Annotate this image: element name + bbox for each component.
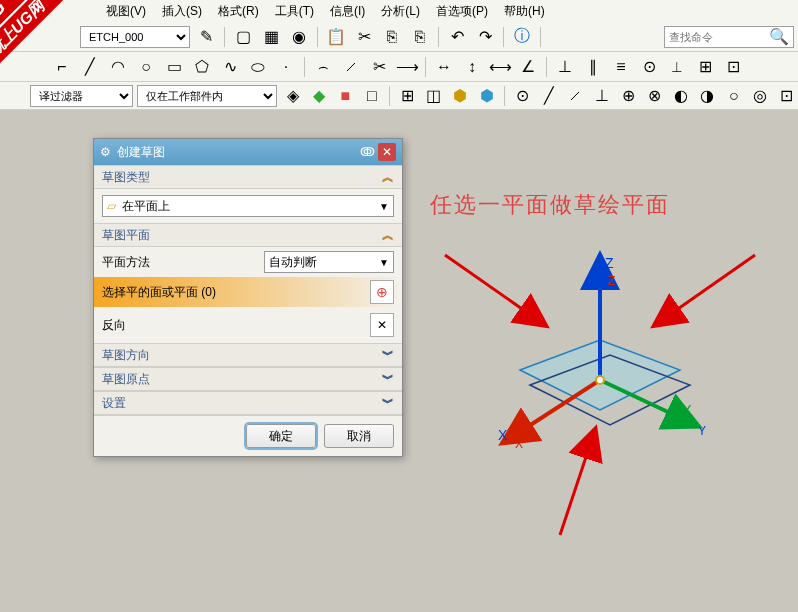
snap5-icon[interactable]: ⊕	[617, 84, 639, 108]
command-search-input[interactable]	[669, 31, 769, 43]
dialog-titlebar[interactable]: ⚙ 创建草图 ↂ ✕	[94, 139, 402, 165]
copy2-icon[interactable]: ⎘	[408, 25, 432, 49]
snap1-icon[interactable]: ⊙	[511, 84, 533, 108]
svg-text:Y: Y	[698, 424, 706, 438]
command-search[interactable]: 🔍	[664, 26, 794, 48]
chevron-down-icon: ︾	[382, 395, 394, 412]
annotation-arrow-1	[440, 250, 560, 340]
paste-icon[interactable]: 📋	[324, 25, 348, 49]
ellipse-icon[interactable]: ⬭	[246, 55, 270, 79]
snap6-icon[interactable]: ⊗	[643, 84, 665, 108]
create-sketch-dialog: ⚙ 创建草图 ↂ ✕ 草图类型 ︽ ▱ 在平面上 ▼ 草图平面 ︽ 平面方法 自…	[93, 138, 403, 457]
copy-icon[interactable]: ⎘	[380, 25, 404, 49]
rect-icon[interactable]: ▭	[162, 55, 186, 79]
constrain3-icon[interactable]: ≡	[609, 55, 633, 79]
plane-method-dropdown[interactable]: 自动判断 ▼	[264, 251, 394, 273]
constrain1-icon[interactable]: ⊥	[553, 55, 577, 79]
menu-tools[interactable]: 工具(T)	[269, 1, 320, 22]
cancel-button[interactable]: 取消	[324, 424, 394, 448]
menu-info[interactable]: 信息(I)	[324, 1, 371, 22]
dropdown-arrow-icon: ▼	[379, 201, 389, 212]
info-icon[interactable]: ⓘ	[510, 25, 534, 49]
constrain5-icon[interactable]: ⟂	[665, 55, 689, 79]
snap3-icon[interactable]: ⟋	[564, 84, 586, 108]
target-icon[interactable]: ⊕	[370, 280, 394, 304]
filter-btn1-icon[interactable]: ◈	[281, 84, 303, 108]
redo-icon[interactable]: ↷	[473, 25, 497, 49]
filter-btn2-icon[interactable]: ◆	[308, 84, 330, 108]
extend-icon[interactable]: ⟶	[395, 55, 419, 79]
section-sketch-orient[interactable]: 草图方向 ︾	[94, 343, 402, 367]
constrain2-icon[interactable]: ∥	[581, 55, 605, 79]
gear-icon: ⚙	[100, 145, 111, 159]
chevron-down-icon: ︾	[382, 347, 394, 364]
annotation-arrow-2	[640, 250, 760, 340]
snap7-icon[interactable]: ◐	[670, 84, 692, 108]
annotation-arrow-3	[540, 420, 620, 540]
annotation-text: 任选一平面做草绘平面	[430, 190, 670, 220]
sel1-icon[interactable]: ⊞	[396, 84, 418, 108]
plane-icon: ▱	[107, 199, 116, 213]
section-sketch-plane[interactable]: 草图平面 ︽	[94, 223, 402, 247]
svg-line-1	[655, 255, 755, 325]
sketch-icon[interactable]: ✎	[194, 25, 218, 49]
dim1-icon[interactable]: ↔	[432, 55, 456, 79]
menu-format[interactable]: 格式(R)	[212, 1, 265, 22]
snap8-icon[interactable]: ◑	[696, 84, 718, 108]
menu-view[interactable]: 视图(V)	[100, 1, 152, 22]
section-settings[interactable]: 设置 ︾	[94, 391, 402, 415]
cube-icon[interactable]: ▢	[231, 25, 255, 49]
svg-line-2	[560, 430, 595, 535]
chamfer-icon[interactable]: ⟋	[339, 55, 363, 79]
x-axis-label: X	[498, 427, 508, 443]
point-icon[interactable]: ·	[274, 55, 298, 79]
cylinder-icon[interactable]: ◉	[287, 25, 311, 49]
constrain7-icon[interactable]: ⊡	[721, 55, 745, 79]
sel3-icon[interactable]: ⬢	[449, 84, 471, 108]
select-face-row[interactable]: 选择平的面或平面 (0) ⊕	[94, 277, 402, 307]
plane-method-label: 平面方法	[102, 254, 150, 271]
filter-btn3-icon[interactable]: ■	[334, 84, 356, 108]
constrain4-icon[interactable]: ⊙	[637, 55, 661, 79]
snap2-icon[interactable]: ╱	[537, 84, 559, 108]
menu-prefs[interactable]: 首选项(P)	[430, 1, 494, 22]
select-face-label: 选择平的面或平面 (0)	[102, 284, 216, 301]
fillet-icon[interactable]: ⌢	[311, 55, 335, 79]
cut-icon[interactable]: ✂	[352, 25, 376, 49]
menu-bar: 视图(V) 插入(S) 格式(R) 工具(T) 信息(I) 分析(L) 首选项(…	[0, 0, 798, 22]
chevron-up-icon: ︽	[382, 169, 394, 186]
y-axis-label: Y	[682, 402, 692, 418]
sel4-icon[interactable]: ⬢	[476, 84, 498, 108]
filter-btn4-icon[interactable]: □	[361, 84, 383, 108]
dim3-icon[interactable]: ⟷	[488, 55, 512, 79]
filter-scope-dropdown[interactable]: 仅在工作部件内	[137, 85, 277, 107]
menu-insert[interactable]: 插入(S)	[156, 1, 208, 22]
reverse-direction-button[interactable]: ✕	[370, 313, 394, 337]
poly-icon[interactable]: ⬠	[190, 55, 214, 79]
snap11-icon[interactable]: ⊡	[776, 84, 798, 108]
menu-analyze[interactable]: 分析(L)	[375, 1, 426, 22]
constrain6-icon[interactable]: ⊞	[693, 55, 717, 79]
snap9-icon[interactable]: ○	[723, 84, 745, 108]
undo-icon[interactable]: ↶	[445, 25, 469, 49]
dim2-icon[interactable]: ↕	[460, 55, 484, 79]
svg-text:X: X	[515, 437, 523, 451]
spline-icon[interactable]: ∿	[218, 55, 242, 79]
chevron-down-icon: ︾	[382, 371, 394, 388]
svg-text:Z: Z	[608, 274, 615, 288]
dialog-minimize-icon[interactable]: ↂ	[358, 143, 376, 161]
snap10-icon[interactable]: ◎	[749, 84, 771, 108]
sel2-icon[interactable]: ◫	[423, 84, 445, 108]
trim-icon[interactable]: ✂	[367, 55, 391, 79]
sketch-type-dropdown[interactable]: ▱ 在平面上 ▼	[102, 195, 394, 217]
dialog-close-icon[interactable]: ✕	[378, 143, 396, 161]
menu-help[interactable]: 帮助(H)	[498, 1, 551, 22]
cube2-icon[interactable]: ▦	[259, 25, 283, 49]
search-icon[interactable]: 🔍	[769, 27, 789, 46]
section-sketch-type[interactable]: 草图类型 ︽	[94, 165, 402, 189]
dropdown-arrow-icon: ▼	[379, 257, 389, 268]
ok-button[interactable]: 确定	[246, 424, 316, 448]
dim4-icon[interactable]: ∠	[516, 55, 540, 79]
snap4-icon[interactable]: ⊥	[590, 84, 612, 108]
section-sketch-origin[interactable]: 草图原点 ︾	[94, 367, 402, 391]
